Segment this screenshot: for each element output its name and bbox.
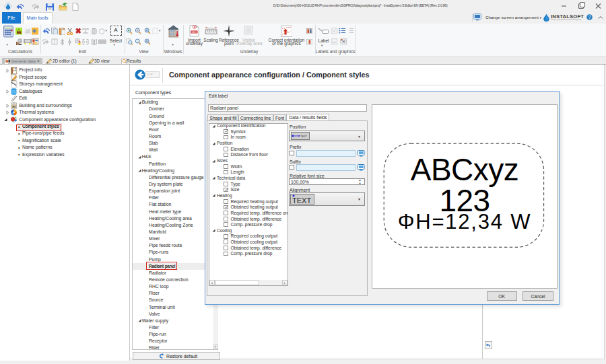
svg-text:BASIC: BASIC — [192, 31, 199, 34]
svg-text:A: A — [145, 28, 147, 32]
svg-text:?: ? — [588, 15, 591, 20]
svg-text:ab: ab — [333, 40, 336, 44]
svg-text:TEXT: TEXT — [301, 135, 308, 138]
svg-text:TEXT: TEXT — [292, 196, 311, 205]
